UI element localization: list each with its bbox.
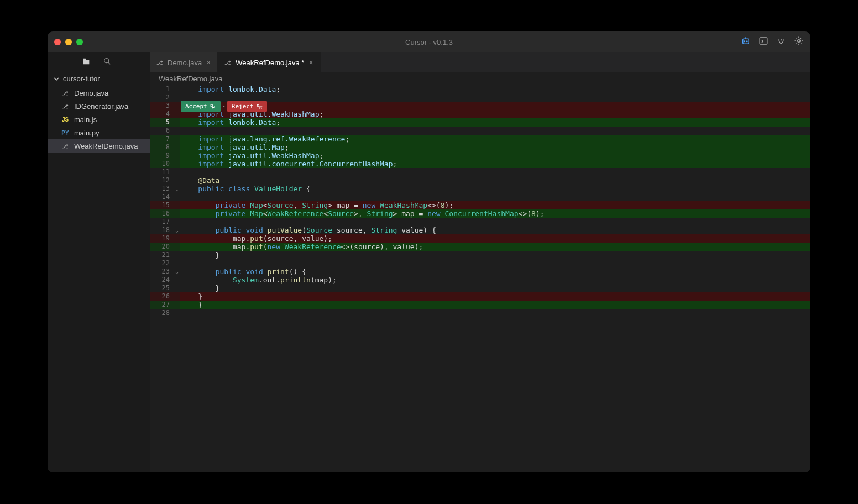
code-line[interactable]: 10 import java.util.concurrent.Concurren… [150, 160, 810, 168]
code-line[interactable]: 17 [150, 218, 810, 226]
breadcrumb: WeakRefDemo.java [150, 72, 810, 85]
minimize-window-button[interactable] [65, 39, 72, 45]
line-number: 12 [150, 176, 180, 185]
cmd-enter-icon [210, 103, 216, 110]
code-editor[interactable]: Accept • Reject 1 import lombok.Data;2 3… [150, 85, 810, 473]
line-number: 4 [150, 110, 180, 118]
code-line[interactable]: 14 [150, 193, 810, 201]
line-number: 25 [150, 284, 180, 292]
code-line[interactable]: 27 } [150, 301, 810, 309]
file-item[interactable]: ⎇Demo.java [48, 86, 150, 99]
code-line[interactable]: 5 import lombok.Data; [150, 118, 810, 127]
code-line[interactable]: 13⌄ public class ValueHolder { [150, 185, 810, 193]
robot-icon[interactable] [741, 36, 751, 48]
code-line[interactable]: 28 [150, 309, 810, 317]
code-content [180, 259, 810, 267]
line-number: 28 [150, 309, 180, 317]
wave-icon[interactable] [776, 36, 786, 48]
explorer-icon[interactable] [82, 57, 91, 68]
fold-icon[interactable]: ⌄ [175, 185, 179, 193]
close-tab-icon[interactable]: × [206, 58, 211, 67]
code-content [180, 309, 810, 317]
line-number: 16 [150, 209, 180, 218]
svg-point-2 [747, 41, 748, 42]
svg-line-7 [108, 62, 110, 64]
code-line[interactable]: 24 System.out.println(map); [150, 276, 810, 284]
code-content [180, 193, 810, 201]
line-number: 24 [150, 276, 180, 284]
svg-point-6 [104, 59, 109, 63]
code-content: import java.util.WeakHashMap; [180, 151, 810, 160]
code-line[interactable]: 9 import java.util.WeakHashMap; [150, 151, 810, 160]
code-line[interactable]: 20 map.put(new WeakReference<>(source), … [150, 243, 810, 251]
file-item[interactable]: JSmain.js [48, 113, 150, 126]
code-line[interactable]: 21 } [150, 251, 810, 259]
editor-tab[interactable]: ⎇Demo.java× [150, 53, 218, 72]
code-content [180, 102, 810, 110]
code-content [180, 218, 810, 226]
code-content: import java.util.WeakHashMap; [180, 110, 810, 118]
svg-point-5 [798, 40, 801, 43]
search-icon[interactable] [103, 57, 112, 68]
reject-button[interactable]: Reject [227, 101, 267, 112]
line-number: 21 [150, 251, 180, 259]
code-line[interactable]: 19 map.put(source, value); [150, 234, 810, 243]
line-number: 14 [150, 193, 180, 201]
traffic-lights [54, 39, 83, 45]
separator: • [222, 102, 226, 111]
code-content: import java.util.Map; [180, 143, 810, 151]
code-content: map.put(source, value); [180, 234, 810, 243]
code-line[interactable]: 22 [150, 259, 810, 267]
code-line[interactable]: 8 import java.util.Map; [150, 143, 810, 151]
line-number: 6 [150, 127, 180, 135]
fold-icon[interactable]: ⌄ [175, 226, 179, 234]
code-line[interactable]: 12 @Data [150, 176, 810, 185]
line-number: 15 [150, 201, 180, 209]
file-item[interactable]: ⎇WeakRefDemo.java [48, 139, 150, 153]
code-content: import lombok.Data; [180, 118, 810, 127]
accept-button[interactable]: Accept [181, 101, 221, 112]
close-tab-icon[interactable]: × [308, 58, 313, 67]
fold-icon[interactable]: ⌄ [175, 267, 179, 276]
code-line[interactable]: 6 [150, 127, 810, 135]
code-content: @Data [180, 176, 810, 185]
line-number: 19 [150, 234, 180, 243]
file-list: ⎇Demo.java⎇IDGenerator.javaJSmain.jsPYma… [48, 85, 150, 154]
code-content: import java.lang.ref.WeakReference; [180, 135, 810, 143]
code-content [180, 127, 810, 135]
code-content: System.out.println(map); [180, 276, 810, 284]
line-number: 22 [150, 259, 180, 267]
terminal-icon[interactable] [758, 36, 768, 48]
code-content: } [180, 292, 810, 301]
code-line[interactable]: 1 import lombok.Data; [150, 85, 810, 93]
main-area: ⎇Demo.java×⎇WeakRefDemo.java *× WeakRefD… [150, 53, 810, 473]
cmd-delete-icon [256, 103, 263, 110]
folder-header[interactable]: cursor-tutor [48, 72, 150, 85]
settings-icon[interactable] [794, 36, 804, 48]
line-number: 8 [150, 143, 180, 151]
close-window-button[interactable] [54, 39, 61, 45]
code-line[interactable]: 25 } [150, 284, 810, 292]
code-line[interactable]: 18⌄ public void putValue(Source source, … [150, 226, 810, 234]
folder-name: cursor-tutor [63, 75, 100, 83]
svg-rect-4 [760, 38, 767, 44]
code-content: } [180, 301, 810, 309]
code-content: } [180, 251, 810, 259]
code-line[interactable]: 26 } [150, 292, 810, 301]
code-line[interactable]: 7 import java.lang.ref.WeakReference; [150, 135, 810, 143]
code-line[interactable]: 23⌄ public void print() { [150, 267, 810, 276]
code-content: } [180, 284, 810, 292]
line-number: 20 [150, 243, 180, 251]
maximize-window-button[interactable] [76, 39, 83, 45]
code-line[interactable]: 16 private Map<WeakReference<Source>, St… [150, 209, 810, 218]
line-number: 27 [150, 301, 180, 309]
chevron-down-icon [53, 76, 60, 82]
code-line[interactable]: 15 private Map<Source, String> map = new… [150, 201, 810, 209]
file-item[interactable]: ⎇IDGenerator.java [48, 99, 150, 113]
file-item[interactable]: PYmain.py [48, 126, 150, 139]
line-number: 7 [150, 135, 180, 143]
editor-tab[interactable]: ⎇WeakRefDemo.java *× [218, 53, 320, 72]
svg-point-1 [744, 41, 745, 42]
code-line[interactable]: 11 [150, 168, 810, 176]
line-number: 13⌄ [150, 185, 180, 193]
